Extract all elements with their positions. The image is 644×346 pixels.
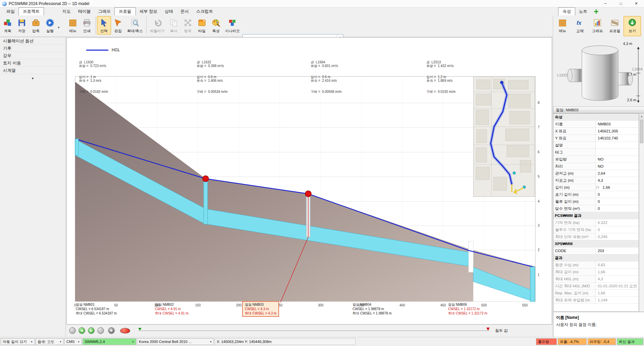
prop-inflow[interactable]: 유입량NO (553, 156, 639, 163)
manhole-NMB04[interactable] (469, 241, 473, 272)
auto-length-dropdown[interactable]: 자동 길이 끄기▼ (1, 338, 35, 345)
tile-button[interactable]: 타일 (195, 16, 209, 35)
routing-error-badge[interactable]: 라우팅: -0,4 (588, 338, 616, 345)
scrollbar-thumb[interactable] (640, 120, 643, 143)
profile-panel[interactable]: 050 100150 200250 300350 400450 500550 8… (66, 37, 552, 325)
svg-text:7: 7 (538, 125, 540, 129)
node-label-NMB06: 절점 NMB06CWSEL = 1.32172 m최대 CWSEL = 1.32… (448, 302, 487, 315)
prop-x[interactable]: X 좌표145621,305 (553, 128, 639, 135)
stop-button[interactable] (120, 328, 130, 334)
menu-status[interactable]: 상태 (161, 8, 177, 15)
sidebar-item-climate[interactable]: 기후 (0, 45, 65, 52)
play-back-button[interactable]: ◀ (78, 327, 85, 334)
manhole-NMB06[interactable] (530, 267, 535, 301)
time-slider-track[interactable] (139, 331, 489, 331)
time-slider-thumb[interactable] (486, 328, 490, 331)
plan-button[interactable]: 계획 (1, 16, 15, 35)
chevron-down-icon: ▼ (210, 339, 212, 345)
flood-marker-NMB02[interactable] (203, 176, 209, 182)
compress-button[interactable]: 압축 (29, 16, 43, 35)
menu-profile[interactable]: 프로필 (114, 7, 136, 16)
prop-init-depth[interactable]: 초기 깊이 (m)0 (553, 191, 639, 198)
maximize-button[interactable]: □ (613, 0, 629, 7)
add-tab-icon[interactable] (594, 9, 599, 14)
latest-results-badge[interactable]: 최신 결과 (617, 338, 643, 345)
forward-button[interactable] (97, 327, 104, 334)
tab-notes[interactable]: 노트 (575, 8, 591, 15)
play-button[interactable]: ▶ (88, 327, 95, 334)
menu-script[interactable]: 스크립트 (193, 8, 217, 15)
rp-view-button[interactable]: 보기 (624, 16, 641, 36)
rewind-button[interactable] (69, 327, 76, 334)
prop-name[interactable]: 이름NMB03 (553, 121, 639, 128)
print-button[interactable]: 인쇄 (80, 16, 94, 35)
property-scrollbar[interactable]: ▲ (639, 113, 644, 312)
menu-details[interactable]: 세부 정보 (136, 8, 161, 15)
rp-replace-button[interactable]: fx 교체 (571, 16, 589, 36)
flood-badge[interactable]: 홍수량 (536, 338, 557, 345)
sidebar-expand-caret[interactable]: ▼ (0, 74, 65, 80)
run-arrow-icon (45, 18, 55, 28)
prop-surcharge-depth[interactable]: 월류 깊이 (m)0 (553, 198, 639, 205)
node-label-NMB04: 절점 NMB04CWSEL = 1.98878 m최대 CWSEL = 1.98… (353, 302, 392, 315)
close-button[interactable]: ✕ (629, 0, 644, 7)
status-bar: 자동 길이 끄기▼ 옵셋: 고도▼ CMS▼ SWMM5,2,4▼ Korea … (0, 337, 644, 346)
prop-treatment[interactable]: 처리NO (553, 163, 639, 170)
sidebar-item-rainfall[interactable]: 강우 (0, 52, 65, 59)
mini-map[interactable] (473, 76, 535, 197)
chevron-down-icon: ▼ (31, 339, 33, 345)
property-table: 속성 이름NMB03 X 좌표145621,305 Y 좌표145102,745… (553, 113, 639, 312)
window-title: PCSWMM 2024 Professional 2D -- 1D model (9, 1, 89, 6)
tab-properties[interactable]: 속성 (558, 7, 575, 16)
settings-gear-button[interactable]: ✱ (108, 327, 115, 334)
prop-imperv-area: 불투수 기여 면적 (ha0 (553, 226, 639, 233)
scroll-up-icon[interactable]: ▲ (639, 114, 644, 119)
properties-panel: 메뉴 fx 교체 그래프 프로필 보기 (553, 15, 644, 337)
units-dropdown[interactable]: CMS▼ (64, 338, 82, 345)
flood-marker-NMB03[interactable] (305, 191, 311, 197)
select-tool-button[interactable]: 선택 (97, 16, 111, 35)
menu-table[interactable]: 테이블 (74, 8, 95, 15)
attributes-button[interactable]: 특성 (209, 16, 223, 35)
prop-code[interactable]: CODE203 (553, 247, 639, 254)
projection-dropdown[interactable]: Korea 2000 Central Belt 2010 ...▼ (137, 338, 214, 345)
rp-menu-button[interactable]: 메뉴 (554, 16, 571, 36)
edit-tool-button[interactable]: 편집 (111, 16, 125, 35)
engine-dropdown[interactable]: SWMM5,2,4▼ (83, 338, 136, 345)
window-icon (197, 18, 207, 28)
run-dropdown-caret[interactable]: ▼ (57, 26, 60, 29)
manhole-NMB02[interactable] (204, 179, 208, 224)
sidebar-item-timeseries[interactable]: 시계열 (0, 67, 65, 74)
time-slider-start-marker (138, 328, 142, 331)
sidebar-item-simulation-options[interactable]: 시뮬레이션 옵션 (0, 37, 65, 45)
prop-description[interactable]: 설명 (553, 142, 639, 149)
coordinates-readout: X: 145063,234m Y: 145449,308m (215, 338, 356, 345)
prop-tag[interactable]: 태그 (553, 149, 639, 156)
run-button[interactable]: 실행 (43, 16, 57, 35)
zoom-tool-button[interactable]: 확대/축소 (125, 16, 145, 35)
menu-map[interactable]: 지도 (59, 8, 74, 15)
menu-file[interactable]: 파일 (3, 8, 18, 15)
sidebar-item-landuse[interactable]: 토지 이용 (0, 59, 65, 67)
minimize-button[interactable]: ─ (598, 0, 613, 7)
node-label-NMB03-selected[interactable]: 절점 NMB03CWSEL = 4.3 m최대 CWSEL = 4.3 m (242, 301, 279, 317)
offset-dropdown[interactable]: 옵셋: 고도▼ (36, 338, 64, 345)
manhole-NMB01[interactable] (75, 139, 78, 155)
prop-y[interactable]: Y 좌표145102,745 (553, 135, 639, 142)
menu-document[interactable]: 문서 (177, 8, 193, 15)
prop-depth[interactable]: 깊이 (m)ƒx1,66 (553, 184, 639, 191)
menu-button[interactable]: 메뉴 (66, 16, 80, 35)
section-pcswmm-results: PCS₩MM 결과 (553, 212, 639, 219)
dim-bottom-label: 2,6 m (627, 98, 636, 102)
rp-graph-button[interactable]: 그래프 (589, 16, 606, 36)
prop-ponded-area[interactable]: 담수 면적 (m²)0 (553, 205, 639, 212)
prop-invert[interactable]: 관저고 (m)2,64 (553, 170, 639, 177)
cursor-icon (99, 18, 109, 28)
menu-project[interactable]: 프로젝트 (18, 7, 44, 16)
scenario-button[interactable]: 시나리오 (223, 16, 242, 35)
menu-graph[interactable]: 그래프 (95, 8, 115, 15)
save-button[interactable]: 저장 (15, 16, 29, 35)
runoff-error-badge[interactable]: 유출: -4,7% (558, 338, 587, 345)
prop-rim[interactable]: 지표고 (m)4,3 (553, 177, 639, 184)
rp-profile-button[interactable]: 프로필 (606, 16, 624, 36)
